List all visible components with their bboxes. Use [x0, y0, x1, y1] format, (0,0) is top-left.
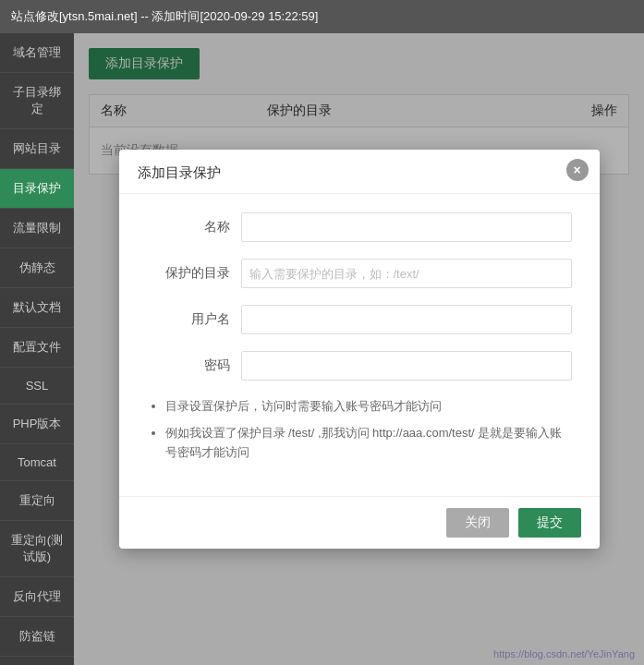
- form-row-password: 密码: [147, 351, 572, 381]
- modal-footer: 关闭 提交: [119, 496, 600, 549]
- label-name: 名称: [147, 219, 230, 236]
- input-protected-dir[interactable]: [241, 259, 572, 288]
- modal-close-icon[interactable]: ×: [566, 159, 589, 181]
- form-row-protected-dir: 保护的目录: [147, 259, 572, 288]
- modal-submit-button[interactable]: 提交: [518, 508, 581, 538]
- input-name[interactable]: [241, 212, 572, 242]
- sidebar: 域名管理子目录绑定网站目录目录保护流量限制伪静态默认文档配置文件SSLPHP版本…: [0, 33, 74, 665]
- sidebar-item-website-dir[interactable]: 网站目录: [0, 129, 74, 169]
- modal-close-button[interactable]: 关闭: [446, 508, 509, 538]
- input-username[interactable]: [241, 305, 572, 334]
- input-password[interactable]: [241, 351, 572, 381]
- sidebar-item-redirect-test[interactable]: 重定向(测试版): [0, 521, 74, 577]
- label-username: 用户名: [147, 311, 230, 328]
- form-row-name: 名称: [147, 212, 572, 242]
- sidebar-item-config-file[interactable]: 配置文件: [0, 328, 74, 368]
- sidebar-item-response-log[interactable]: 响应日志: [0, 657, 74, 665]
- top-bar-title: 站点修改[ytsn.5mai.net] -- 添加时间[2020-09-29 1…: [11, 8, 318, 25]
- info-item-1: 目录设置保护后，访问时需要输入账号密码才能访问: [165, 397, 572, 417]
- sidebar-item-default-doc[interactable]: 默认文档: [0, 288, 74, 328]
- sidebar-item-traffic-limit[interactable]: 流量限制: [0, 209, 74, 248]
- sidebar-item-hotlink[interactable]: 防盗链: [0, 617, 74, 657]
- layout: 域名管理子目录绑定网站目录目录保护流量限制伪静态默认文档配置文件SSLPHP版本…: [0, 33, 644, 665]
- info-item-2: 例如我设置了保护目录 /test/ ,那我访问 http://aaa.com/t…: [165, 424, 572, 463]
- sidebar-item-reverse-proxy[interactable]: 反向代理: [0, 577, 74, 617]
- main-content: 添加目录保护 名称 保护的目录 操作 当前没有数据 添加目录保护 × 名称: [74, 33, 644, 665]
- sidebar-item-dir-protect[interactable]: 目录保护: [0, 169, 74, 209]
- sidebar-item-subdomain[interactable]: 子目录绑定: [0, 73, 74, 129]
- sidebar-item-ssl[interactable]: SSL: [0, 368, 74, 405]
- add-dir-protect-modal: 添加目录保护 × 名称 保护的目录 用户名: [119, 150, 600, 548]
- form-row-username: 用户名: [147, 305, 572, 334]
- sidebar-item-redirect[interactable]: 重定向: [0, 481, 74, 521]
- modal-body: 名称 保护的目录 用户名 密码: [119, 194, 600, 495]
- modal-title: 添加目录保护: [119, 150, 600, 194]
- modal-overlay: 添加目录保护 × 名称 保护的目录 用户名: [74, 33, 644, 665]
- info-list: 目录设置保护后，访问时需要输入账号密码才能访问 例如我设置了保护目录 /test…: [165, 397, 572, 462]
- sidebar-item-tomcat[interactable]: Tomcat: [0, 444, 74, 481]
- sidebar-item-fake-static[interactable]: 伪静态: [0, 248, 74, 288]
- top-bar: 站点修改[ytsn.5mai.net] -- 添加时间[2020-09-29 1…: [0, 0, 644, 33]
- sidebar-item-domain[interactable]: 域名管理: [0, 33, 74, 73]
- label-password: 密码: [147, 357, 230, 374]
- sidebar-item-php-version[interactable]: PHP版本: [0, 405, 74, 444]
- label-protected-dir: 保护的目录: [147, 265, 230, 282]
